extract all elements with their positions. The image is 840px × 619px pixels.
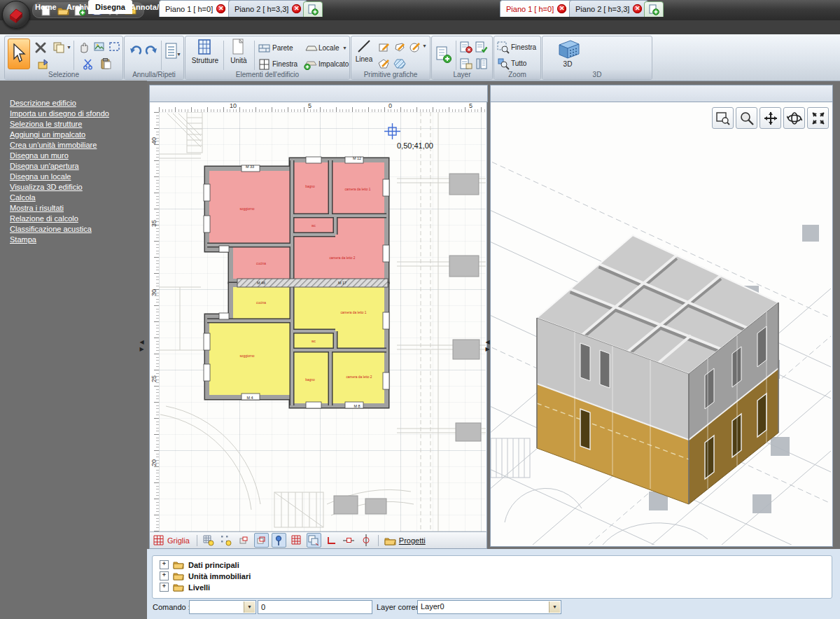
impalcato-label[interactable]: Impalcato	[318, 60, 349, 68]
zoom-tutto-label[interactable]: Tutto	[511, 60, 526, 67]
expand-icon[interactable]: +	[160, 583, 169, 592]
view3d-tab-piano2[interactable]: Piano 2 [ h=3,3] ✕	[569, 0, 648, 17]
app-logo[interactable]	[2, 1, 30, 29]
sidebar-link-calcola[interactable]: Calcola	[10, 193, 36, 202]
window-icon[interactable]	[258, 58, 271, 71]
wall-icon[interactable]	[258, 42, 271, 55]
tree-item-unita-immobiliari[interactable]: + Unità immobiliari	[160, 571, 251, 580]
griglia-label[interactable]: Griglia	[167, 536, 190, 545]
plan2d-add-tab-button[interactable]	[303, 1, 323, 17]
expand-icon[interactable]: +	[160, 571, 169, 580]
projects-folder-icon[interactable]	[383, 533, 398, 548]
tab-home[interactable]: Home	[28, 0, 64, 14]
sidebar-link-disegna-muro[interactable]: Disegna un muro	[10, 151, 69, 160]
plan2d-tab-piano1[interactable]: Piano 1 [ h=0] ✕	[159, 0, 232, 17]
midpoint-snap-icon[interactable]	[342, 533, 356, 548]
strutture-button[interactable]: Strutture	[190, 39, 220, 69]
copy-icon[interactable]	[52, 41, 65, 54]
progetti-link[interactable]: Progetti	[399, 536, 426, 545]
layer-combobox[interactable]: Layer0 ▼	[417, 600, 561, 614]
sidebar-link-classificazione-acustica[interactable]: Classificazione acustica	[10, 225, 92, 233]
sidebar-link-mostra-risultati[interactable]: Mostra i risultati	[10, 204, 64, 212]
layer-list-icon[interactable]	[475, 57, 488, 70]
locale-dropdown-caret[interactable]: ▼	[342, 46, 347, 50]
view3d-canvas[interactable]	[491, 102, 831, 545]
view3d-tab-piano1-close-icon[interactable]: ✕	[557, 4, 566, 13]
copy-dropdown-caret[interactable]: ▼	[66, 45, 71, 50]
redo-icon[interactable]	[144, 45, 157, 57]
sidebar-link-disegna-apertura[interactable]: Disegna un'apertura	[10, 162, 79, 170]
linea-button[interactable]: Linea	[354, 39, 374, 69]
small-rect-snap-icon[interactable]	[237, 533, 251, 548]
zoom-all-icon[interactable]	[497, 57, 510, 70]
plan2d-tab-piano2[interactable]: Piano 2 [ h=3,3] ✕	[228, 0, 307, 17]
draw-circle-icon[interactable]	[409, 41, 421, 53]
sidebar-link-importa-disegno[interactable]: Importa un disegno di sfondo	[10, 109, 109, 118]
sidebar-link-visualizza-3d[interactable]: Visualizza 3D edificio	[10, 183, 83, 191]
zoom-window-button[interactable]	[712, 107, 734, 129]
plan2d-tab-piano2-close-icon[interactable]: ✕	[292, 4, 301, 13]
hatch-fill-icon[interactable]	[393, 57, 406, 70]
zoom-extents-button[interactable]	[807, 107, 829, 129]
sidebar-link-aggiungi-impalcato[interactable]: Aggiungi un impalcato	[10, 130, 85, 139]
sidebar-link-relazione-calcolo[interactable]: Relazione di calcolo	[10, 214, 78, 223]
pan-hand-icon[interactable]	[78, 41, 90, 53]
circle-dropdown-caret[interactable]: ▼	[422, 43, 427, 48]
sidebar-link-crea-unita[interactable]: Crea un'unità immobiliare	[10, 141, 97, 149]
view-3d-button[interactable]: 3D	[552, 38, 583, 70]
layer-add-icon[interactable]	[435, 45, 452, 64]
floorplan-unit-yellow[interactable]	[207, 285, 386, 405]
slab-icon[interactable]	[303, 58, 316, 71]
ortho-mode-icon[interactable]	[324, 533, 339, 548]
grid-toggle-icon[interactable]	[151, 533, 166, 548]
draw-polygon-icon[interactable]	[393, 41, 406, 53]
comando-combobox[interactable]: ▼	[189, 600, 256, 614]
paste-icon[interactable]	[100, 57, 113, 70]
draw-rectangle-icon[interactable]	[378, 41, 391, 53]
tree-item-dati-principali[interactable]: + Dati principali	[160, 560, 239, 569]
parete-label[interactable]: Parete	[272, 44, 293, 52]
layer-dropdown-icon[interactable]: ▼	[549, 601, 560, 613]
sidebar-collapse-handle[interactable]: ◀▶	[138, 339, 146, 360]
panel-splitter-handle[interactable]: ◀▶	[484, 339, 491, 360]
building-3d-model[interactable]	[537, 235, 778, 504]
layer-properties-icon[interactable]	[460, 57, 472, 70]
grid-red-icon[interactable]	[289, 533, 304, 548]
room-icon[interactable]	[304, 42, 317, 55]
plan2d-tab-piano1-close-icon[interactable]: ✕	[216, 4, 225, 13]
view3d-tab-piano1[interactable]: Piano 1 [ h=0] ✕	[500, 0, 573, 17]
marquee-select-icon[interactable]	[108, 41, 121, 53]
unita-button[interactable]: Unità	[226, 39, 251, 69]
view3d-add-tab-button[interactable]	[644, 1, 664, 17]
pushpin-icon[interactable]	[272, 533, 286, 548]
sidebar-link-stampa[interactable]: Stampa	[10, 235, 36, 244]
delete-icon[interactable]	[34, 41, 47, 54]
locale-label[interactable]: Locale	[318, 44, 339, 52]
layers-visibility-icon[interactable]	[307, 533, 321, 548]
floorplan-unit-pink[interactable]	[207, 160, 386, 281]
history-dropdown-caret[interactable]: ▼	[176, 52, 181, 57]
finestra-label[interactable]: Finestra	[272, 60, 298, 68]
plan2d-canvas[interactable]: M 33 M 12 M 46 M 17 M 4 M 8 soggiorno ba…	[159, 112, 486, 531]
undo-icon[interactable]	[129, 45, 141, 57]
snap-grid-icon[interactable]	[202, 533, 216, 548]
view3d-tab-piano2-close-icon[interactable]: ✕	[633, 4, 642, 13]
background-image-icon[interactable]	[93, 41, 106, 53]
orbit-button[interactable]	[783, 107, 805, 129]
cut-scissors-icon[interactable]	[82, 57, 94, 70]
sidebar-link-disegna-locale[interactable]: Disegna un locale	[10, 172, 71, 181]
sidebar-link-descrizione-edificio[interactable]: Descrizione edificio	[10, 99, 76, 107]
object-snap-icon[interactable]	[254, 533, 269, 548]
layer-delete-icon[interactable]	[460, 41, 472, 53]
axis-snap-icon[interactable]	[359, 533, 374, 548]
snap-points-icon[interactable]	[219, 533, 234, 548]
draw-pentagon-icon[interactable]	[378, 57, 391, 70]
zoom-window-icon[interactable]	[497, 41, 510, 54]
expand-icon[interactable]: +	[160, 560, 169, 569]
coordinate-input[interactable]	[258, 600, 372, 614]
insert-object-icon[interactable]	[37, 58, 50, 71]
zoom-button[interactable]	[736, 107, 757, 129]
history-list-icon[interactable]	[164, 42, 178, 60]
pan-button[interactable]	[760, 107, 781, 129]
comando-dropdown-icon[interactable]: ▼	[244, 601, 255, 613]
